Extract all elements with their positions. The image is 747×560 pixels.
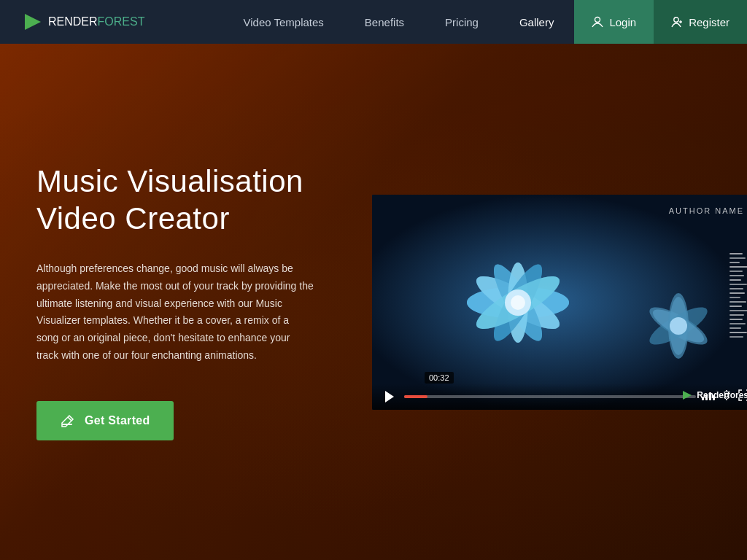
svg-rect-35 [729, 284, 747, 285]
register-label: Register [689, 16, 729, 28]
svg-rect-37 [729, 292, 745, 294]
svg-rect-34 [729, 279, 741, 281]
svg-rect-31 [729, 266, 747, 268]
svg-rect-28 [729, 253, 743, 254]
logo-render-text: RENDER [48, 15, 98, 28]
svg-rect-46 [729, 332, 747, 333]
svg-rect-30 [729, 262, 740, 263]
logo-forest-text: FOREST [98, 15, 145, 28]
hero-left-panel: Music Visualisation Video Creator Althou… [36, 163, 328, 440]
login-button[interactable]: Login [574, 0, 654, 44]
hero-section: Music Visualisation Video Creator Althou… [0, 44, 747, 560]
nav-link-benefits[interactable]: Benefits [344, 0, 425, 44]
get-started-label: Get Started [85, 414, 150, 427]
svg-rect-47 [729, 336, 743, 338]
nav-link-gallery[interactable]: Gallery [499, 0, 575, 44]
hero-title: Music Visualisation Video Creator [36, 163, 328, 237]
svg-point-1 [595, 18, 600, 23]
edit-icon [60, 413, 76, 429]
logo[interactable]: RENDERFOREST [0, 12, 223, 32]
login-label: Login [609, 16, 636, 28]
svg-rect-41 [729, 310, 747, 311]
logo-play-icon [22, 12, 42, 32]
svg-rect-39 [729, 301, 746, 303]
svg-rect-44 [729, 323, 746, 324]
video-progress-fill [404, 395, 427, 398]
svg-marker-48 [385, 391, 394, 402]
hero-content: Music Visualisation Video Creator Althou… [0, 44, 747, 560]
rf-watermark-label: Renderforest [697, 390, 747, 400]
svg-rect-42 [729, 314, 744, 316]
svg-rect-36 [729, 288, 743, 289]
video-timestamp: 00:32 [425, 372, 454, 384]
svg-rect-43 [729, 319, 743, 320]
svg-point-2 [674, 18, 678, 22]
svg-point-21 [511, 295, 525, 310]
video-controls-bar: 00:32 [372, 384, 747, 410]
svg-marker-0 [25, 14, 41, 30]
hero-description: Although preferences change, good music … [36, 260, 314, 365]
author-name-overlay: AUTHOR NAME [669, 206, 744, 215]
svg-rect-40 [729, 306, 742, 307]
play-icon [384, 390, 395, 403]
renderforest-watermark: Renderforest [681, 389, 747, 401]
svg-rect-33 [729, 275, 744, 276]
navbar-auth: Login Register [574, 0, 747, 44]
svg-rect-32 [729, 271, 743, 272]
video-play-button[interactable] [381, 390, 398, 403]
svg-rect-29 [729, 257, 746, 259]
login-icon [592, 16, 603, 28]
video-progress-bar[interactable] [404, 395, 696, 398]
svg-point-27 [670, 317, 687, 335]
navbar: RENDERFOREST Video Templates Benefits Pr… [0, 0, 747, 44]
rf-logo-small-icon [681, 389, 693, 401]
nav-links: Video Templates Benefits Pricing Gallery [223, 0, 575, 44]
video-player-container: AUTHOR NAME 00:32 [372, 195, 747, 410]
svg-marker-50 [683, 391, 692, 400]
video-player[interactable]: AUTHOR NAME 00:32 [372, 195, 747, 410]
svg-rect-38 [729, 297, 740, 298]
nav-link-pricing[interactable]: Pricing [425, 0, 499, 44]
nav-link-video-templates[interactable]: Video Templates [223, 0, 344, 44]
get-started-button[interactable]: Get Started [36, 401, 174, 440]
register-button[interactable]: Register [654, 0, 747, 44]
register-icon [671, 16, 683, 28]
svg-rect-45 [729, 327, 741, 329]
